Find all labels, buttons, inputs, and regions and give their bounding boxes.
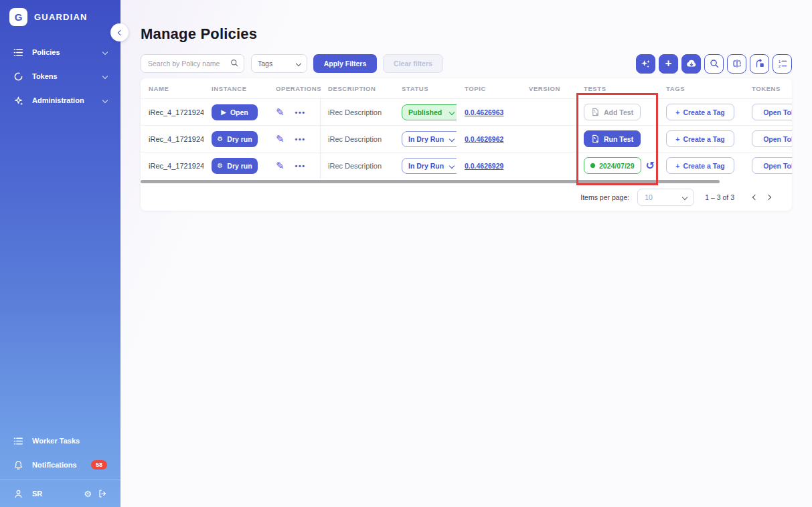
open-tokens-button[interactable]: Open Tokens <box>752 130 792 147</box>
policy-name: iRec_4_1721924... <box>141 99 204 125</box>
create-policy-button[interactable]: + <box>659 54 678 74</box>
dry-run-button[interactable]: ⚙ Dry run <box>212 131 258 147</box>
sidebar-item-administration[interactable]: Administration <box>0 88 120 112</box>
sidebar-item-label: Worker Tasks <box>32 437 80 445</box>
test-result-badge[interactable]: 2024/07/29 <box>584 157 641 174</box>
chevron-down-icon <box>102 74 108 79</box>
magnifier-icon <box>709 58 720 69</box>
run-test-button[interactable]: Run Test <box>584 130 641 147</box>
play-icon: ▶ <box>221 109 226 116</box>
search-input[interactable] <box>141 54 244 73</box>
col-header-topic: TOPIC <box>457 78 521 98</box>
topic-link[interactable]: 0.0.4626962 <box>465 135 503 143</box>
topic-link[interactable]: 0.0.4626963 <box>465 108 503 116</box>
status-dropdown[interactable]: In Dry Run <box>402 158 457 174</box>
filter-row: Tags Apply Filters Clear filters + <box>141 54 792 73</box>
import-policy-button[interactable] <box>681 54 701 74</box>
settings-gear-icon[interactable]: ⚙ <box>84 489 92 499</box>
table-header-row: NAME INSTANCE OPERATIONS DESCRIPTION STA… <box>141 78 792 98</box>
sidebar-collapse-button[interactable] <box>110 23 129 41</box>
open-tokens-button[interactable]: Open Tokens <box>752 157 792 174</box>
document-play-icon <box>591 134 600 143</box>
open-tokens-button[interactable]: Open Tokens <box>752 104 792 120</box>
cloud-download-icon <box>685 58 698 70</box>
policy-version <box>521 99 576 125</box>
sidebar-item-label: Administration <box>32 96 84 104</box>
compare-policies-button[interactable] <box>727 54 746 74</box>
plus-icon: + <box>675 108 679 116</box>
guardian-logo-icon: G <box>9 8 27 26</box>
main-content: Manage Policies Tags Apply Filters Clear… <box>120 0 812 507</box>
sidebar-item-policies[interactable]: Policies <box>0 40 120 64</box>
policy-name: iRec_4_1721924... <box>141 126 204 152</box>
search-policies-button[interactable] <box>704 54 724 74</box>
user-name: SR <box>32 490 42 498</box>
chevron-down-icon <box>682 195 687 200</box>
col-header-description: DESCRIPTION <box>320 78 394 98</box>
policy-version <box>521 153 576 179</box>
edit-pencil-icon[interactable]: ✎ <box>276 106 285 118</box>
col-header-tags: TAGS <box>658 78 744 98</box>
edit-pencil-icon[interactable]: ✎ <box>276 133 285 145</box>
svg-text:2: 2 <box>778 64 781 68</box>
tags-dropdown-value: Tags <box>258 60 272 68</box>
svg-text:1: 1 <box>778 59 781 64</box>
chevron-down-icon <box>449 109 455 114</box>
gear-icon: ⚙ <box>217 163 223 169</box>
migrate-arrow-icon <box>754 58 765 69</box>
dry-run-button[interactable]: ⚙ Dry run <box>212 158 258 174</box>
page-size-dropdown[interactable]: 10 <box>637 189 694 206</box>
create-tag-button[interactable]: + Create a Tag <box>666 157 734 174</box>
chevron-left-icon <box>118 29 123 35</box>
search-box <box>141 54 244 73</box>
horizontal-scrollbar[interactable] <box>141 180 720 183</box>
more-options-icon[interactable]: ••• <box>295 135 306 143</box>
tags-dropdown[interactable]: Tags <box>251 54 307 73</box>
more-options-icon[interactable]: ••• <box>295 162 306 170</box>
create-tag-button[interactable]: + Create a Tag <box>666 104 734 120</box>
more-options-icon[interactable]: ••• <box>295 108 306 116</box>
policy-version <box>521 126 576 152</box>
topic-link[interactable]: 0.0.4626929 <box>465 162 503 170</box>
person-icon <box>13 489 23 499</box>
items-per-page-label: Items per page: <box>580 193 629 201</box>
clear-filters-button[interactable]: Clear filters <box>383 54 443 73</box>
policy-description: iRec Description <box>320 153 394 179</box>
policy-toolbar: + 12 <box>636 54 792 74</box>
document-plus-icon <box>591 108 600 116</box>
col-header-tokens: TOKENS <box>744 78 792 98</box>
table-row: iRec_4_1721924... ⚙ Dry run ✎ ••• iRec D… <box>141 125 792 152</box>
chevron-down-icon <box>296 61 301 66</box>
col-header-operations: OPERATIONS <box>268 78 320 98</box>
status-dropdown[interactable]: Published <box>402 104 457 120</box>
policy-description: iRec Description <box>320 99 394 125</box>
status-dropdown[interactable]: In Dry Run <box>402 131 457 147</box>
sidebar: G GUARDIAN Policies Tokens Administratio… <box>0 0 120 507</box>
chevron-down-icon <box>102 49 108 55</box>
sidebar-item-notifications[interactable]: Notifications 58 <box>0 453 120 477</box>
policy-name: iRec_4_1721924... <box>141 153 204 179</box>
add-test-button[interactable]: Add Test <box>584 104 641 120</box>
create-tag-button[interactable]: + Create a Tag <box>666 130 734 147</box>
brand-name: GUARDIAN <box>34 12 88 22</box>
edit-pencil-icon[interactable]: ✎ <box>276 160 285 172</box>
sidebar-item-worker-tasks[interactable]: Worker Tasks <box>0 429 120 453</box>
table-row: iRec_4_1721924... ⚙ Dry run ✎ ••• iRec D… <box>141 152 792 179</box>
plus-icon: + <box>665 58 672 69</box>
apply-filters-button[interactable]: Apply Filters <box>313 54 377 73</box>
logout-icon[interactable] <box>98 489 107 498</box>
test-history-icon[interactable]: ↺ <box>646 161 655 171</box>
ai-suggestions-button[interactable] <box>636 54 655 74</box>
migrate-data-button[interactable] <box>750 54 769 74</box>
compare-icon <box>732 58 742 69</box>
sidebar-item-tokens[interactable]: Tokens <box>0 64 120 88</box>
policy-records-button[interactable]: 12 <box>773 54 792 74</box>
previous-page-button[interactable] <box>746 190 761 205</box>
chevron-right-icon <box>766 195 771 200</box>
open-policy-button[interactable]: ▶ Open <box>212 104 258 120</box>
sidebar-item-label: Tokens <box>32 72 58 80</box>
next-page-button[interactable] <box>761 190 776 205</box>
chevron-down-icon <box>449 163 455 168</box>
gear-icon: ⚙ <box>217 136 223 142</box>
page-size-value: 10 <box>645 193 653 201</box>
